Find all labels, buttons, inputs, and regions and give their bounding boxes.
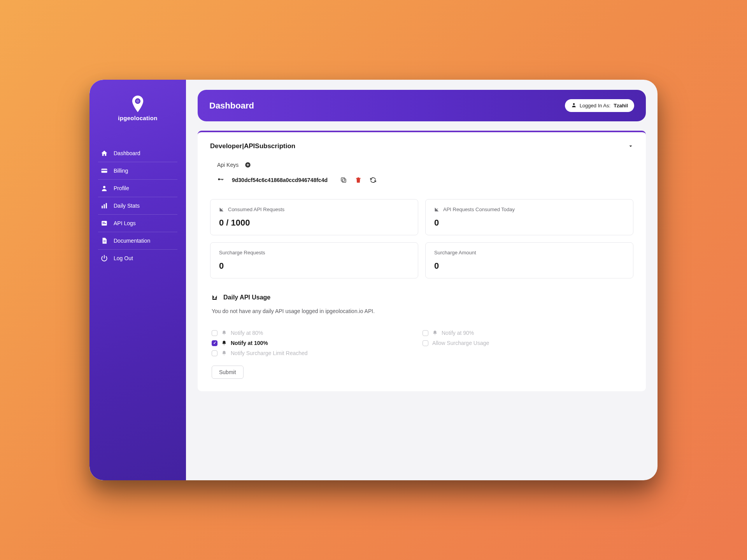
sidebar-item-documentation[interactable]: Documentation [98,232,177,250]
api-key-row: 9d30dcf54c6c41868a0ccd946748fc4d [210,177,633,184]
api-keys-heading: Api Keys [210,162,633,168]
checkbox-notify-100[interactable] [212,340,217,346]
subscription-card: Developer|APISubscription Api Keys 9d30d… [198,131,646,391]
brand-name: ipgeolocation [118,115,157,121]
add-key-button[interactable] [245,162,251,168]
api-keys-label-text: Api Keys [217,162,238,168]
sidebar: ipgeolocation Dashboard Billing Profile … [89,80,186,480]
svg-rect-7 [106,203,107,208]
notify-label: Notify Surcharge Limit Reached [231,350,308,356]
bell-icon [221,330,227,336]
allow-surcharge-usage: Allow Surcharge Usage [423,340,633,346]
notify-at-80: Notify at 80% [212,330,423,336]
page-header: Dashboard Logged In As: Tzahil [198,90,646,121]
checkbox-surcharge-limit[interactable] [212,350,217,356]
document-icon [100,237,108,245]
stat-value: 0 / 1000 [219,218,409,228]
chart-icon [219,207,224,212]
chart-icon [434,207,439,212]
bell-icon [432,330,438,336]
svg-point-1 [136,100,140,103]
main-content: Dashboard Logged In As: Tzahil Developer… [186,80,658,480]
copy-icon[interactable] [340,177,347,184]
sidebar-item-api-logs[interactable]: API Logs [98,215,177,232]
stat-value: 0 [434,261,624,271]
area-chart-icon [212,294,218,301]
svg-rect-11 [103,240,106,241]
sidebar-item-label: Profile [114,185,129,191]
app-window: ipgeolocation Dashboard Billing Profile … [89,80,658,480]
user-badge[interactable]: Logged In As: Tzahil [565,99,634,112]
page-title: Dashboard [209,101,254,111]
svg-rect-17 [341,178,345,181]
stat-value: 0 [219,261,409,271]
power-icon [100,254,108,262]
notify-at-90: Notify at 90% [423,330,633,336]
notify-label: Notify at 100% [231,340,268,346]
sidebar-item-logout[interactable]: Log Out [98,250,177,267]
sidebar-item-profile[interactable]: Profile [98,180,177,197]
stat-label-text: Surcharge Amount [434,250,476,256]
delete-icon[interactable] [355,177,362,184]
submit-button[interactable]: Submit [212,366,244,379]
stat-label-text: API Requests Consumed Today [443,206,515,212]
svg-rect-6 [104,204,105,208]
notification-settings: Notify at 80% Notify at 90% Notify at 10… [210,330,633,356]
stats-icon [100,202,108,210]
stat-label: Consumed API Requests [219,206,409,212]
logged-in-label: Logged In As: [580,103,611,108]
card-icon [100,167,108,175]
key-actions [340,177,377,184]
key-icon [218,177,223,184]
usage-title-text: Daily API Usage [223,294,270,301]
bell-icon [221,350,227,356]
notify-label: Allow Surcharge Usage [432,340,489,346]
notify-surcharge-limit: Notify Surcharge Limit Reached [212,350,423,356]
svg-point-13 [573,103,575,105]
sidebar-item-label: Log Out [114,255,133,261]
sidebar-item-dashboard[interactable]: Dashboard [98,145,177,162]
stat-surcharge-amount: Surcharge Amount 0 [425,242,633,278]
checkbox-allow-surcharge[interactable] [423,340,428,346]
card-title: Developer|APISubscription [210,142,295,150]
bell-icon [221,340,227,346]
sidebar-item-label: Billing [114,168,128,174]
user-name: Tzahil [614,103,628,108]
svg-rect-5 [102,206,103,208]
stat-label: Surcharge Requests [219,250,409,256]
stat-value: 0 [434,218,624,228]
svg-rect-10 [103,223,106,224]
sidebar-item-label: Daily Stats [114,203,140,209]
sidebar-item-billing[interactable]: Billing [98,162,177,180]
refresh-icon[interactable] [370,177,377,184]
stat-label-text: Consumed API Requests [228,206,284,212]
chevron-down-icon[interactable] [628,144,633,149]
sidebar-item-daily-stats[interactable]: Daily Stats [98,197,177,215]
user-icon [571,102,577,109]
sidebar-item-label: API Logs [114,220,136,226]
svg-rect-3 [102,170,107,171]
checkbox-notify-80[interactable] [212,330,217,336]
svg-rect-16 [342,179,346,182]
card-header: Developer|APISubscription [210,142,633,150]
map-pin-icon [131,95,144,112]
checkbox-notify-90[interactable] [423,330,428,336]
api-key-value: 9d30dcf54c6c41868a0ccd946748fc4d [232,177,328,183]
sidebar-item-label: Dashboard [114,150,140,156]
sidebar-nav: Dashboard Billing Profile Daily Stats AP… [89,145,186,267]
logs-icon [100,219,108,227]
stat-consumed-requests: Consumed API Requests 0 / 1000 [210,199,418,235]
notify-label: Notify at 90% [442,330,474,336]
svg-rect-9 [103,222,105,223]
svg-point-4 [103,186,105,188]
svg-rect-12 [103,242,106,242]
notify-label: Notify at 80% [231,330,263,336]
stat-label: API Requests Consumed Today [434,206,624,212]
notify-at-100: Notify at 100% [212,340,423,346]
stat-consumed-today: API Requests Consumed Today 0 [425,199,633,235]
usage-section-title: Daily API Usage [210,294,633,301]
stat-label: Surcharge Amount [434,250,624,256]
svg-point-15 [218,178,221,181]
stat-surcharge-requests: Surcharge Requests 0 [210,242,418,278]
usage-empty-message: You do not have any daily API usage logg… [210,308,633,314]
